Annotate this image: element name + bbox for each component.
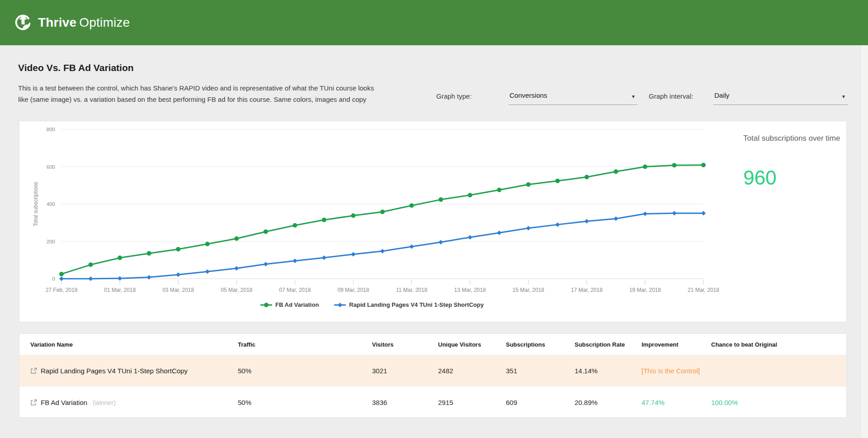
x-tick-label: 07 Mar, 2018	[279, 287, 311, 293]
chart-card: 0200400600800Total subscriptions27 Feb, …	[19, 121, 847, 322]
x-tick-label: 17 Mar, 2018	[571, 287, 603, 293]
data-point	[234, 266, 239, 271]
graph-interval-label: Graph interval:	[649, 92, 693, 100]
thrive-leaf-arrow-icon	[14, 12, 33, 33]
y-tick-label: 0	[52, 276, 55, 281]
column-header-subscription-rate: Subscription Rate	[575, 341, 642, 348]
data-point	[585, 175, 589, 179]
chance-to-beat-value: 100.00%	[711, 399, 846, 406]
summary-title: Total subscriptions over time	[743, 134, 843, 143]
graph-type-select[interactable]: Conversions ▼	[509, 90, 637, 105]
data-point	[439, 197, 443, 202]
data-point	[672, 211, 676, 215]
data-point	[613, 169, 618, 174]
test-description: This is a test between the control, whic…	[18, 82, 375, 105]
data-point	[526, 182, 531, 187]
improvement-value: [This is the Control]	[642, 367, 711, 375]
data-point	[410, 244, 414, 249]
table-header-row: Variation Name Traffic Visitors Unique V…	[19, 334, 846, 355]
brand-title: ThriveOptimize	[38, 15, 130, 30]
data-point	[410, 203, 414, 208]
legend-marker-icon	[260, 303, 272, 307]
column-header-subscriptions: Subscriptions	[506, 341, 575, 348]
graph-interval-select[interactable]: Daily ▼	[713, 90, 848, 105]
legend-label: Rapid Landing Pages V4 TUni 1-Step Short…	[349, 301, 484, 308]
series-line	[61, 213, 703, 279]
variation-name: Rapid Landing Pages V4 TUni 1-Step Short…	[41, 367, 188, 375]
vertical-scrollbar[interactable]	[860, 45, 868, 438]
data-point	[351, 252, 355, 257]
chevron-down-icon: ▼	[631, 94, 636, 99]
data-point	[292, 258, 297, 263]
data-point	[643, 165, 647, 169]
variation-link[interactable]: FB Ad Variation	[30, 399, 87, 406]
graph-type-value: Conversions	[509, 91, 547, 99]
chevron-down-icon: ▼	[841, 94, 846, 99]
variation-name: FB Ad Variation	[41, 399, 87, 406]
thrive-optimize-page: ThriveOptimize Video Vs. FB Ad Variation…	[0, 0, 868, 438]
test-description-line2: like (same image) vs. a variation based …	[18, 94, 375, 105]
data-point	[147, 251, 151, 256]
data-point	[497, 231, 501, 235]
column-header-improvement: Improvement	[642, 341, 711, 348]
visitors-value: 3021	[372, 367, 438, 375]
y-tick-label: 200	[47, 239, 55, 244]
y-tick-label: 800	[47, 127, 55, 132]
x-tick-label: 05 Mar, 2018	[221, 287, 252, 293]
y-tick-label: 400	[47, 201, 55, 207]
data-point	[264, 262, 268, 267]
subscriptions-value: 351	[506, 367, 575, 375]
table-row: FB Ad Variation(winner)50%3836291560920.…	[19, 386, 846, 418]
variation-link[interactable]: Rapid Landing Pages V4 TUni 1-Step Short…	[30, 367, 188, 375]
legend-item[interactable]: FB Ad Variation	[260, 301, 319, 308]
column-header-visitors: Visitors	[372, 341, 438, 348]
data-point	[59, 272, 64, 276]
results-table: Variation Name Traffic Visitors Unique V…	[19, 333, 847, 418]
data-point	[205, 242, 210, 246]
data-point	[555, 179, 560, 183]
data-point	[643, 211, 647, 216]
data-point	[89, 276, 93, 281]
data-point	[89, 262, 93, 267]
legend-label: FB Ad Variation	[275, 301, 319, 308]
winner-badge: (winner)	[93, 399, 116, 406]
data-point	[380, 249, 385, 253]
page-title: Video Vs. FB Ad Variation	[18, 62, 134, 73]
data-point	[176, 272, 180, 277]
unique-visitors-value: 2482	[438, 367, 506, 375]
x-tick-label: 03 Mar, 2018	[162, 287, 194, 293]
x-tick-label: 13 Mar, 2018	[454, 287, 486, 293]
x-tick-label: 15 Mar, 2018	[513, 287, 544, 293]
brand-logo[interactable]: ThriveOptimize	[14, 12, 130, 33]
data-point	[555, 222, 560, 227]
column-header-chance-to-beat: Chance to beat Original	[711, 341, 846, 348]
chart-svg: 0200400600800Total subscriptions27 Feb, …	[19, 121, 725, 299]
data-point	[322, 255, 326, 260]
traffic-value: 50%	[238, 367, 372, 375]
data-point	[234, 236, 239, 241]
conversions-chart: 0200400600800Total subscriptions27 Feb, …	[19, 121, 725, 299]
subscriptions-value: 609	[506, 399, 575, 406]
legend-marker-icon	[334, 303, 346, 307]
chart-legend: FB Ad VariationRapid Landing Pages V4 TU…	[19, 301, 725, 308]
x-tick-label: 11 Mar, 2018	[396, 287, 427, 293]
data-point	[205, 269, 210, 274]
data-point	[176, 247, 180, 252]
visitors-value: 3836	[372, 399, 438, 406]
data-point	[351, 214, 355, 218]
unique-visitors-value: 2915	[438, 399, 506, 406]
column-header-unique-visitors: Unique Visitors	[438, 341, 506, 348]
traffic-value: 50%	[238, 399, 372, 406]
data-point	[380, 209, 385, 214]
external-link-icon[interactable]	[30, 399, 37, 406]
y-axis-title: Total subscriptions	[33, 182, 39, 227]
legend-item[interactable]: Rapid Landing Pages V4 TUni 1-Step Short…	[334, 301, 484, 308]
data-point	[264, 229, 268, 234]
subscription-rate-value: 20.89%	[575, 399, 642, 406]
data-point	[439, 240, 443, 244]
x-tick-label: 27 Feb, 2018	[46, 287, 78, 293]
external-link-icon[interactable]	[30, 367, 37, 374]
data-point	[59, 276, 64, 281]
column-header-traffic: Traffic	[238, 341, 372, 348]
data-point	[118, 256, 122, 260]
